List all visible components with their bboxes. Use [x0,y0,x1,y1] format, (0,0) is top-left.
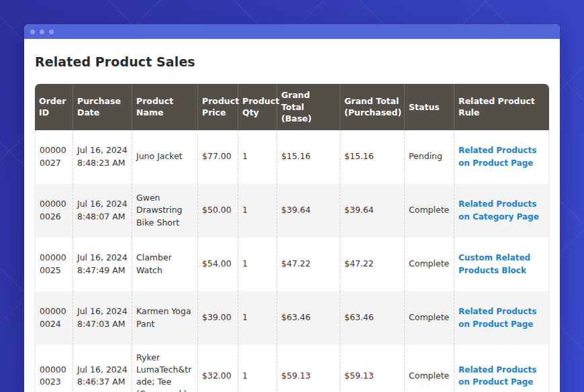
cell-grand_total_base: $39.64 [277,184,340,238]
cell-status: Complete [404,184,454,238]
related-rule-link[interactable]: Related Products on Product Page [458,307,536,328]
cell-product_qty: 1 [238,184,277,238]
cell-product_qty: 1 [238,130,277,184]
window-titlebar [24,24,560,39]
window-dot-1 [30,30,35,34]
cell-status: Complete [404,238,454,291]
cell-grand_total_base: $47.22 [277,238,340,291]
cell-grand_total_purchased: $59.13 [340,345,404,392]
cell-grand_total_purchased: $15.16 [340,130,404,184]
cell-product_name: Gwen Drawstring Bike Short [132,184,197,238]
cell-purchase_date: Jul 16, 20248:47:03 AM [72,291,132,345]
table-body: 000000027Jul 16, 20248:48:23 AMJuno Jack… [35,130,549,392]
table-row: 000000023Jul 16, 20248:46:37 AMRyker Lum… [35,345,549,392]
cell-related_rule: Related Products on Product Page [454,345,549,392]
column-header-grand_total_base: Grand Total (Base) [277,84,340,130]
cell-order_id: 000000025 [35,238,72,291]
purchase-date-text: Jul 16, 2024 [77,144,128,156]
window-dot-3 [49,30,54,34]
purchase-time-text: 8:46:37 AM [77,376,128,388]
browser-window: Related Product Sales Order IDPurchase D… [24,24,560,392]
cell-grand_total_base: $59.13 [277,345,340,392]
cell-product_price: $54.00 [197,238,238,291]
cell-grand_total_purchased: $39.64 [340,184,404,238]
table-header-row: Order IDPurchase DateProduct NameProduct… [35,84,549,130]
table-row: 000000024Jul 16, 20248:47:03 AMKarmen Yo… [35,291,549,345]
cell-product_qty: 1 [238,238,277,291]
cell-product_qty: 1 [238,345,277,392]
related-rule-link[interactable]: Custom Related Products Block [458,253,530,275]
cell-product_name: Clamber Watch [132,238,197,291]
column-header-product_price: Product Price [197,84,238,130]
cell-product_qty: 1 [238,291,277,345]
cell-status: Pending [404,130,454,184]
column-header-product_qty: Product Qty [238,84,277,130]
column-header-product_name: Product Name [132,84,197,130]
purchase-date-text: Jul 16, 2024 [77,252,128,264]
column-header-order_id: Order ID [35,84,72,130]
cell-grand_total_purchased: $63.46 [340,291,404,345]
cell-grand_total_purchased: $47.22 [340,238,404,291]
cell-order_id: 000000023 [35,345,72,392]
column-header-related_rule: Related Product Rule [454,84,549,130]
table-row: 000000027Jul 16, 20248:48:23 AMJuno Jack… [35,130,549,184]
page-title: Related Product Sales [35,54,549,69]
cell-product_price: $50.00 [197,184,238,238]
cell-order_id: 000000027 [35,130,72,184]
cell-product_name: Ryker LumaTech&trade; Tee (Crew-neck) [132,345,197,392]
related-rule-link[interactable]: Related Products on Product Page [458,146,536,167]
purchase-time-text: 8:47:49 AM [77,264,128,277]
purchase-time-text: 8:48:23 AM [77,157,128,169]
table-row: 000000025Jul 16, 20248:47:49 AMClamber W… [35,238,549,291]
column-header-status: Status [404,84,454,130]
cell-related_rule: Related Products on Category Page [454,184,549,238]
cell-order_id: 000000026 [35,184,72,238]
cell-product_price: $77.00 [197,130,238,184]
purchase-date-text: Jul 16, 2024 [77,198,128,210]
cell-purchase_date: Jul 16, 20248:46:37 AM [72,345,132,392]
cell-status: Complete [404,291,454,345]
cell-related_rule: Related Products on Product Page [454,291,549,345]
cell-related_rule: Custom Related Products Block [454,238,549,291]
cell-product_name: Karmen Yoga Pant [132,291,197,345]
cell-purchase_date: Jul 16, 20248:48:07 AM [72,184,132,238]
cell-purchase_date: Jul 16, 20248:48:23 AM [72,130,132,184]
related-rule-link[interactable]: Related Products on Category Page [458,199,539,221]
table-row: 000000026Jul 16, 20248:48:07 AMGwen Draw… [35,184,549,238]
cell-product_name: Juno Jacket [132,130,197,184]
purchase-time-text: 8:47:03 AM [77,318,128,330]
purchase-time-text: 8:48:07 AM [77,211,128,223]
cell-purchase_date: Jul 16, 20248:47:49 AM [72,238,132,291]
cell-grand_total_base: $15.16 [277,130,340,184]
page-content: Related Product Sales Order IDPurchase D… [24,54,560,392]
window-dot-2 [40,30,44,34]
purchase-date-text: Jul 16, 2024 [77,305,128,317]
purchase-date-text: Jul 16, 2024 [77,364,128,376]
cell-product_price: $32.00 [197,345,238,392]
cell-related_rule: Related Products on Product Page [454,130,549,184]
cell-order_id: 000000024 [35,291,72,345]
column-header-purchase_date: Purchase Date [72,84,132,130]
related-rule-link[interactable]: Related Products on Product Page [458,365,536,387]
cell-grand_total_base: $63.46 [277,291,340,345]
related-product-sales-table: Order IDPurchase DateProduct NameProduct… [35,84,549,392]
cell-status: Complete [404,345,454,392]
column-header-grand_total_purchased: Grand Total (Purchased) [340,84,404,130]
cell-product_price: $39.00 [197,291,238,345]
